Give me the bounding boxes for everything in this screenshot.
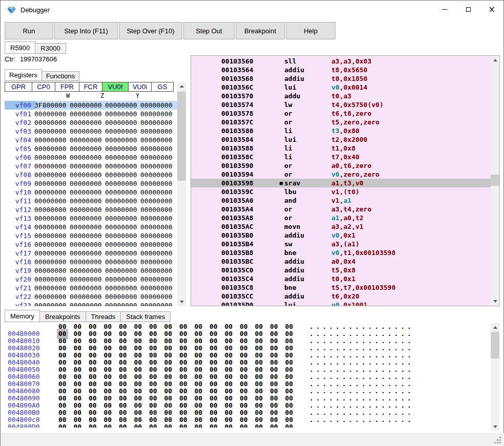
register-row-vf05[interactable]: vf0500000000000000000000000000000000 bbox=[5, 144, 177, 153]
memory-byte[interactable]: 00 bbox=[149, 373, 157, 380]
memory-byte[interactable]: 00 bbox=[285, 366, 293, 373]
toolbar-button-run[interactable]: Run bbox=[5, 22, 53, 39]
memory-byte[interactable]: 00 bbox=[74, 373, 82, 380]
memory-byte[interactable]: 00 bbox=[149, 423, 157, 428]
memory-byte[interactable]: 00 bbox=[255, 388, 263, 395]
memory-ascii[interactable]: ................ bbox=[309, 352, 414, 359]
register-row-vf01[interactable]: vf0100000000000000000000000000000000 bbox=[5, 110, 177, 118]
memory-byte[interactable]: 00 bbox=[119, 323, 127, 330]
disasm-line-001035C0[interactable]: 001035C0addiut5,0x8 bbox=[191, 266, 491, 274]
memory-byte[interactable]: 00 bbox=[240, 380, 248, 388]
memory-byte[interactable]: 00 bbox=[89, 373, 97, 380]
memory-byte[interactable]: 00 bbox=[179, 359, 187, 366]
scroll-up-arrow-icon[interactable] bbox=[491, 323, 499, 332]
toolbar-button-help[interactable]: Help bbox=[286, 22, 335, 39]
memory-byte[interactable]: 00 bbox=[209, 359, 218, 366]
disasm-line-001035B0[interactable]: 001035B0addiuv0,0x1 bbox=[191, 231, 491, 240]
disasm-line-00103568[interactable]: 00103568addiut0,0x1850 bbox=[191, 74, 491, 83]
bottom-tab-memory[interactable]: Memory bbox=[5, 310, 40, 322]
register-row-vf11[interactable]: vf1100000000000000000000000000000000 bbox=[5, 197, 177, 205]
scroll-up-arrow-icon[interactable] bbox=[177, 82, 186, 91]
memory-byte[interactable]: 00 bbox=[255, 423, 263, 428]
registers-tab-functions[interactable]: Functions bbox=[41, 71, 79, 81]
disasm-line-00103578[interactable]: 00103578ort6,t8,zero bbox=[191, 109, 491, 118]
memory-byte[interactable]: 00 bbox=[149, 402, 157, 409]
memory-byte[interactable]: 00 bbox=[179, 423, 187, 428]
memory-byte[interactable]: 00 bbox=[179, 409, 187, 416]
register-row-vf06[interactable]: vf0600000000000000000000000000000000 bbox=[5, 153, 177, 162]
memory-byte[interactable]: 00 bbox=[240, 337, 248, 345]
memory-byte[interactable]: 00 bbox=[134, 323, 142, 330]
register-row-vf12[interactable]: vf1200000000000000000000000000000000 bbox=[5, 205, 177, 214]
memory-byte[interactable]: 00 bbox=[240, 395, 248, 402]
close-button[interactable]: × bbox=[480, 1, 503, 18]
memory-byte[interactable]: 00 bbox=[285, 373, 293, 380]
memory-byte[interactable]: 00 bbox=[119, 388, 127, 395]
memory-byte[interactable]: 00 bbox=[74, 395, 82, 402]
memory-byte[interactable]: 00 bbox=[179, 388, 187, 395]
register-row-vf04[interactable]: vf0400000000000000000000000000000000 bbox=[5, 136, 177, 144]
scrollbar-thumb[interactable] bbox=[491, 332, 499, 358]
disasm-line-00103590[interactable]: 00103590ora0,t6,zero bbox=[191, 161, 491, 170]
memory-byte[interactable]: 00 bbox=[58, 366, 67, 373]
memory-byte[interactable]: 00 bbox=[209, 409, 218, 416]
memory-byte[interactable]: 00 bbox=[255, 330, 263, 337]
minimize-button[interactable] bbox=[433, 1, 456, 18]
memory-byte[interactable]: 00 bbox=[134, 416, 142, 423]
memory-byte[interactable]: 00 bbox=[119, 373, 127, 380]
register-row-vf23[interactable]: vf2300000000000000000000000000000000 bbox=[5, 301, 177, 306]
register-row-vf17[interactable]: vf1700000000000000000000000000000000 bbox=[5, 249, 177, 258]
memory-byte[interactable]: 00 bbox=[270, 373, 278, 380]
memory-byte[interactable]: 00 bbox=[209, 373, 218, 380]
memory-byte[interactable]: 00 bbox=[89, 423, 97, 428]
memory-byte[interactable]: 00 bbox=[209, 416, 218, 423]
memory-byte[interactable]: 00 bbox=[209, 388, 218, 395]
register-row-vf19[interactable]: vf1900000000000000000000000000000000 bbox=[5, 266, 177, 275]
memory-byte[interactable]: 00 bbox=[89, 395, 97, 402]
memory-byte[interactable]: 00 bbox=[270, 359, 278, 366]
memory-byte[interactable]: 00 bbox=[89, 359, 97, 366]
memory-byte[interactable]: 00 bbox=[164, 395, 173, 402]
register-row-vf08[interactable]: vf0800000000000000000000000000000000 bbox=[5, 171, 177, 179]
memory-byte[interactable]: 00 bbox=[179, 402, 187, 409]
register-category-vu0f[interactable]: VU0f bbox=[102, 82, 129, 92]
memory-byte[interactable]: 00 bbox=[240, 359, 248, 366]
memory-byte[interactable]: 00 bbox=[270, 337, 278, 345]
disasm-line-001035B4[interactable]: 001035B4swa3,(a1) bbox=[191, 240, 491, 248]
memory-byte[interactable]: 00 bbox=[134, 359, 142, 366]
memory-byte[interactable]: 00 bbox=[164, 352, 173, 359]
memory-byte[interactable]: 00 bbox=[119, 345, 127, 352]
memory-byte[interactable]: 00 bbox=[104, 402, 112, 409]
memory-byte[interactable]: 00 bbox=[164, 330, 173, 337]
memory-byte[interactable]: 00 bbox=[74, 402, 82, 409]
register-category-gs[interactable]: GS bbox=[151, 82, 174, 92]
memory-byte[interactable]: 00 bbox=[270, 416, 278, 423]
memory-byte[interactable]: 00 bbox=[58, 402, 67, 409]
memory-byte[interactable]: 00 bbox=[195, 409, 203, 416]
memory-byte[interactable]: 00 bbox=[240, 423, 248, 428]
memory-byte[interactable]: 00 bbox=[89, 416, 97, 423]
disasm-line-00103584[interactable]: 00103584luit2,0x2000 bbox=[191, 135, 491, 144]
memory-byte[interactable]: 00 bbox=[255, 337, 263, 345]
memory-byte[interactable]: 00 bbox=[58, 345, 67, 352]
memory-byte[interactable]: 00 bbox=[164, 409, 173, 416]
memory-byte[interactable]: 00 bbox=[89, 352, 97, 359]
register-row-vf20[interactable]: vf2000000000000000000000000000000000 bbox=[5, 275, 177, 284]
memory-byte[interactable]: 00 bbox=[164, 380, 173, 388]
memory-byte[interactable]: 00 bbox=[270, 423, 278, 428]
memory-view[interactable]: 00000000000000000000000000000000........… bbox=[5, 323, 491, 432]
memory-ascii[interactable]: ................ bbox=[309, 409, 414, 416]
disasm-line-00103570[interactable]: 00103570addut0,a3 bbox=[191, 92, 491, 100]
memory-byte[interactable]: 00 bbox=[149, 337, 157, 345]
memory-byte[interactable]: 00 bbox=[74, 380, 82, 388]
register-category-fpr[interactable]: FPR bbox=[55, 82, 79, 92]
memory-byte[interactable]: 00 bbox=[240, 323, 248, 330]
memory-byte[interactable]: 00 bbox=[74, 366, 82, 373]
memory-byte[interactable]: 00 bbox=[225, 359, 233, 366]
memory-byte[interactable]: 00 bbox=[149, 352, 157, 359]
scrollbar-thumb[interactable] bbox=[177, 92, 186, 181]
memory-ascii[interactable]: ................ bbox=[309, 330, 414, 337]
register-category-vu0i[interactable]: VU0i bbox=[128, 82, 152, 92]
memory-byte[interactable]: 00 bbox=[104, 352, 112, 359]
memory-byte[interactable]: 00 bbox=[74, 352, 82, 359]
